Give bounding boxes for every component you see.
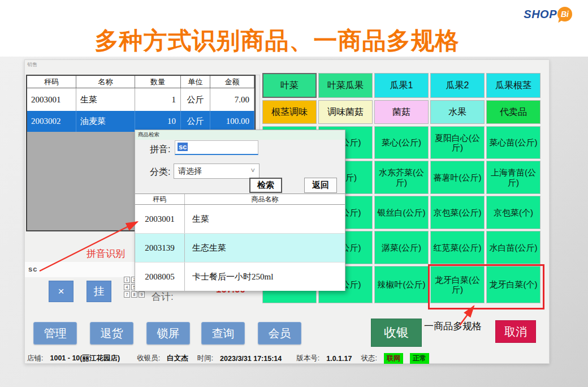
category-button[interactable]: 菌菇 <box>374 100 429 124</box>
logo-bi-text: Bi <box>561 10 569 19</box>
cart-header-name: 名称 <box>76 76 135 88</box>
search-button[interactable]: 检索 <box>249 178 282 193</box>
category-select[interactable]: 请选择 ˅ <box>174 164 260 179</box>
online-badge: 联网 <box>384 353 403 364</box>
cart-row-selected[interactable]: 2003002 油麦菜 10 公斤 100.00 <box>27 111 254 132</box>
product-button[interactable]: 龙牙白菜(个) <box>486 266 541 303</box>
cart-row[interactable]: 2003001 生菜 1 公斤 7.00 <box>27 88 254 111</box>
query-button[interactable]: 查询 <box>201 322 245 345</box>
hold-order-button[interactable]: 挂 <box>87 281 111 302</box>
product-button[interactable]: 水东芥菜(公斤) <box>374 161 429 194</box>
product-button[interactable]: 夏阳白心(公斤) <box>430 126 485 159</box>
product-button[interactable]: 潺菜(公斤) <box>374 231 429 264</box>
lock-screen-button[interactable]: 锁屏 <box>146 322 190 345</box>
category-button[interactable]: 瓜果根茎 <box>486 73 541 98</box>
product-button[interactable]: 水白苗(公斤) <box>486 231 541 264</box>
product-button[interactable]: 上海青苗(公斤) <box>486 161 541 194</box>
result-row[interactable]: 2003001 生菜 <box>135 205 345 234</box>
pos-window: 销售 秤码 名称 数量 单位 金额 2003001 生菜 1 公斤 7.00 2… <box>24 59 550 364</box>
version-value: 1.0.1.17 <box>326 355 352 363</box>
results-header-name: 商品名称 <box>185 194 345 204</box>
cart-cell-qty: 10 <box>135 111 181 132</box>
logo-shop-text: SHOP <box>524 8 557 21</box>
result-code: 2008005 <box>135 263 185 291</box>
product-search-dialog: 商品检索 拼音: sc 分类: 请选择 ˅ 检索 返回 秤码 商品名称 2003… <box>135 130 345 291</box>
results-header-row: 秤码 商品名称 <box>135 194 345 205</box>
cart-cell-unit: 公斤 <box>181 88 210 111</box>
time-label: 时间: <box>197 354 213 363</box>
cart-cell-name: 油麦菜 <box>76 111 135 132</box>
results-header-code: 秤码 <box>135 194 185 204</box>
slide: 多种方式识别商品、一商品多规格 SHOP Bi 销售 秤码 名称 数量 单位 金… <box>0 0 588 387</box>
window-title: 销售 <box>27 61 37 68</box>
manage-button[interactable]: 管理 <box>33 322 77 345</box>
state-label: 状态: <box>361 354 377 363</box>
cart-cell-code: 2003002 <box>27 111 76 132</box>
pinyin-label: 拼音: <box>150 144 170 156</box>
multi-spec-annotation: 一商品多规格 <box>424 320 482 333</box>
cart-cell-code: 2003001 <box>27 88 76 111</box>
keypad-key[interactable]: 1 <box>124 277 130 283</box>
pinyin-input[interactable]: sc <box>175 140 258 155</box>
pinyin-echo-text: sc <box>28 265 37 273</box>
dialog-title: 商品检索 <box>135 130 345 140</box>
category-button[interactable]: 调味菌菇 <box>318 100 373 124</box>
category-grid: 叶菜 叶菜瓜果 瓜果1 瓜果2 瓜果根茎 根茎调味 调味菌菇 菌菇 水果 代卖品 <box>262 73 541 124</box>
slide-title: 多种方式识别商品、一商品多规格 <box>40 25 514 57</box>
back-button[interactable]: 返回 <box>304 178 337 193</box>
cart-header-qty: 数量 <box>135 76 181 88</box>
cart-cell-name: 生菜 <box>76 88 135 111</box>
category-button[interactable]: 叶菜 <box>262 73 317 98</box>
cart-header-unit: 单位 <box>181 76 210 88</box>
category-button[interactable]: 根茎调味 <box>262 100 317 124</box>
product-button[interactable]: 菜心苗(公斤) <box>486 126 541 159</box>
search-results-table: 秤码 商品名称 2003001 生菜 2003139 生态生菜 2008005 … <box>135 194 345 291</box>
result-row-highlighted[interactable]: 2003139 生态生菜 <box>135 234 345 263</box>
delete-item-button[interactable]: × <box>49 281 74 302</box>
category-button[interactable]: 瓜果1 <box>374 73 429 98</box>
keypad-key[interactable]: 4 <box>124 284 130 290</box>
category-button[interactable]: 叶菜瓜果 <box>318 73 373 98</box>
result-name: 生菜 <box>185 205 345 233</box>
checkout-button[interactable]: 收银 <box>371 319 422 347</box>
status-bar: 店铺: 1001 - 10(丽江花园店) 收银员: 白文杰 时间: 2023/3… <box>27 353 429 364</box>
cashier-label: 收银员: <box>137 354 160 363</box>
keypad-key[interactable]: 9 <box>139 291 145 298</box>
cancel-button[interactable]: 取消 <box>495 320 536 343</box>
product-button[interactable]: 辣椒叶(公斤) <box>374 266 429 303</box>
product-button[interactable]: 龙牙白菜(公斤) <box>430 266 485 303</box>
refund-button[interactable]: 退货 <box>90 322 133 345</box>
normal-badge: 正常 <box>410 353 429 364</box>
chevron-down-icon: ˅ <box>250 166 255 175</box>
member-button[interactable]: 会员 <box>258 322 301 345</box>
time-value: 2023/3/31 17:15:14 <box>220 355 282 363</box>
product-button[interactable]: 菜心(公斤) <box>374 126 429 159</box>
cart-cell-unit: 公斤 <box>181 111 210 132</box>
keypad-key[interactable]: 7 <box>124 291 130 298</box>
shopbi-logo: SHOP Bi <box>524 7 572 22</box>
store-value: 1001 - 10(丽江花园店) <box>50 354 120 363</box>
cart-header-row: 秤码 名称 数量 单位 金额 <box>27 76 254 88</box>
category-button[interactable]: 代卖品 <box>486 100 541 124</box>
category-label: 分类: <box>150 166 170 178</box>
pinyin-input-value: sc <box>178 143 188 151</box>
cashier-value: 白文杰 <box>167 354 188 363</box>
cart-cell-amount: 7.00 <box>210 88 254 111</box>
product-button[interactable]: 银丝白(公斤) <box>374 196 429 229</box>
result-name: 生态生菜 <box>185 234 345 262</box>
cart-cell-qty: 1 <box>135 88 181 111</box>
result-row[interactable]: 2008005 卡士餐后一小时250ml <box>135 263 345 291</box>
product-button[interactable]: 京包菜(个) <box>486 196 541 229</box>
result-name: 卡士餐后一小时250ml <box>185 263 345 291</box>
keypad-key[interactable]: 8 <box>131 291 137 298</box>
pinyin-recognition-annotation: 拼音识别 <box>87 247 125 260</box>
total-label: 合计: <box>152 290 174 303</box>
category-button[interactable]: 瓜果2 <box>430 73 485 98</box>
product-button[interactable]: 蕃薯叶(公斤) <box>430 161 485 194</box>
product-button[interactable]: 红苋菜(公斤) <box>430 231 485 264</box>
store-label: 店铺: <box>27 354 43 363</box>
category-button[interactable]: 水果 <box>430 100 485 124</box>
logo-bubble-icon: Bi <box>557 7 572 22</box>
version-label: 版本号: <box>296 354 319 363</box>
product-button[interactable]: 京包菜(公斤) <box>430 196 485 229</box>
